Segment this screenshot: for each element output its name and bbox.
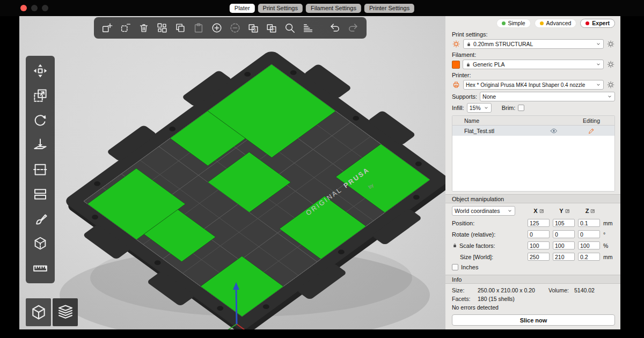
filament-edit-button[interactable] (606, 60, 615, 69)
coordinate-system-value: World coordinates (455, 208, 506, 214)
mode-dot-icon (540, 21, 544, 25)
measure-icon (32, 260, 48, 276)
window-minimize-button[interactable] (31, 5, 38, 11)
search-button[interactable] (281, 19, 299, 37)
undo-icon (329, 22, 341, 34)
tab-print-settings[interactable]: Print Settings (258, 4, 303, 13)
mode-expert-button[interactable]: Expert (580, 19, 615, 28)
info-volume-value: 5140.02 (574, 287, 595, 293)
split-to-parts-button[interactable]: P (262, 19, 281, 37)
lock-icon (465, 62, 471, 68)
object-list-row[interactable]: Flat_Test.stl (452, 126, 614, 136)
main-area: ORIGINALPRUSA by 0P SimpleAdvancedExpert… (19, 16, 620, 329)
tab-filament-settings[interactable]: Filament Settings (306, 4, 361, 13)
top-toolbar: 0P (94, 17, 367, 39)
view-sliced-button[interactable] (53, 298, 78, 326)
view-3d-button[interactable] (26, 298, 51, 326)
eye-icon[interactable] (535, 127, 573, 135)
print-settings-edit-button[interactable] (606, 40, 615, 48)
info-size-value: 250.00 x 210.00 x 0.20 (478, 287, 548, 293)
coordinate-system-select[interactable]: World coordinates (452, 206, 515, 216)
search-icon (284, 22, 296, 34)
window-close-button[interactable] (20, 5, 27, 11)
window-zoom-button[interactable] (42, 5, 48, 11)
remove-instance-button[interactable] (226, 19, 244, 37)
axis-y-header: Y (552, 208, 577, 214)
rotate-relative-x-input[interactable] (528, 230, 550, 238)
print-settings-select[interactable]: 0.20mm STRUCTURAL (463, 39, 604, 49)
inches-checkbox[interactable] (452, 264, 458, 270)
size-world-y-input[interactable] (553, 253, 575, 261)
move-button[interactable] (28, 60, 52, 82)
rotate-relative-z-input[interactable] (578, 230, 600, 238)
scale-factors-row: Scale factors:% (452, 240, 615, 251)
field-label: Scale factors: (459, 243, 495, 249)
cut-icon (32, 161, 48, 178)
edit-icon[interactable] (573, 127, 610, 135)
scale-factors-z-input[interactable] (578, 241, 600, 249)
size-world-x-input[interactable] (528, 253, 550, 261)
fuzzy-skin-button[interactable] (28, 232, 52, 255)
position-z-input[interactable] (578, 219, 600, 227)
scale-button[interactable] (28, 84, 52, 107)
titlebar: PlaterPrint SettingsFilament SettingsPri… (0, 0, 644, 16)
printer-edit-button[interactable] (606, 80, 615, 89)
scale-factors-x-input[interactable] (528, 241, 550, 249)
infill-label: Infill: (452, 105, 464, 111)
slice-now-button[interactable]: Slice now (452, 314, 615, 326)
rotate-button[interactable] (28, 109, 52, 131)
delete-object-button[interactable] (116, 19, 135, 37)
filament-label: Filament: (452, 52, 615, 58)
printer-select[interactable]: Hex * Original Prusa MK4 Input Shaper 0.… (463, 80, 604, 90)
chevron-down-icon (484, 105, 489, 111)
height-range-modifier-button[interactable] (28, 183, 52, 205)
filament-swatch (452, 61, 460, 69)
mode-advanced-button[interactable]: Advanced (535, 19, 577, 28)
object-name: Flat_Test.stl (457, 128, 535, 134)
position-y-input[interactable] (553, 219, 575, 227)
redo-button[interactable] (344, 19, 362, 37)
axis-label: X (533, 208, 537, 214)
paint-supports-button[interactable] (28, 208, 52, 230)
print-settings-value: 0.20mm STRUCTURAL (473, 41, 594, 47)
infill-select[interactable]: 15% (467, 103, 492, 113)
split-to-objects-button[interactable]: 0 (244, 19, 262, 37)
paste-button[interactable] (189, 19, 208, 37)
cut-button[interactable] (28, 158, 52, 181)
scale-factors-y-input[interactable] (553, 241, 575, 249)
add-object-button[interactable] (98, 19, 116, 37)
tab-plater[interactable]: Plater (230, 4, 255, 13)
place-on-face-button[interactable] (28, 134, 52, 156)
rotate-relative-y-input[interactable] (553, 230, 575, 238)
undo-button[interactable] (326, 19, 344, 37)
tab-printer-settings[interactable]: Printer Settings (364, 4, 414, 13)
split-to-objects-icon: 0 (247, 22, 259, 34)
brim-checkbox[interactable] (518, 105, 524, 111)
add-instance-button[interactable] (208, 19, 226, 37)
scale-factors-label: Scale factors: (452, 243, 528, 249)
info-volume-label: Volume: (548, 287, 574, 293)
chevron-down-icon (596, 41, 601, 47)
print-settings-gear-icon (452, 40, 460, 48)
supports-select[interactable]: None (480, 92, 615, 101)
mode-simple-button[interactable]: Simple (496, 19, 531, 28)
uniform-scale-lock-icon[interactable] (452, 243, 458, 248)
print-settings-label: Print settings: (452, 31, 615, 38)
height-range-modifier-icon (32, 186, 48, 202)
supports-label: Supports: (452, 93, 477, 100)
filament-select[interactable]: Generic PLA (463, 60, 604, 69)
variable-layer-height-button[interactable] (299, 19, 317, 37)
size-world-z-input[interactable] (578, 253, 600, 261)
split-to-parts-icon: P (266, 22, 277, 34)
position-x-input[interactable] (528, 219, 550, 227)
unit-label: mm (603, 220, 615, 226)
copy-button[interactable] (171, 19, 189, 37)
delete-all-button[interactable] (135, 19, 153, 37)
measure-button[interactable] (28, 257, 52, 280)
right-sidebar: SimpleAdvancedExpert Print settings: 0.2… (445, 16, 620, 329)
viewport-3d[interactable]: ORIGINALPRUSA by 0P (19, 16, 445, 329)
unit-label: mm (603, 254, 615, 260)
arrange-button[interactable] (153, 19, 171, 37)
lock-icon (466, 41, 472, 47)
info-facets-value: 180 (15 shells) (478, 296, 515, 302)
